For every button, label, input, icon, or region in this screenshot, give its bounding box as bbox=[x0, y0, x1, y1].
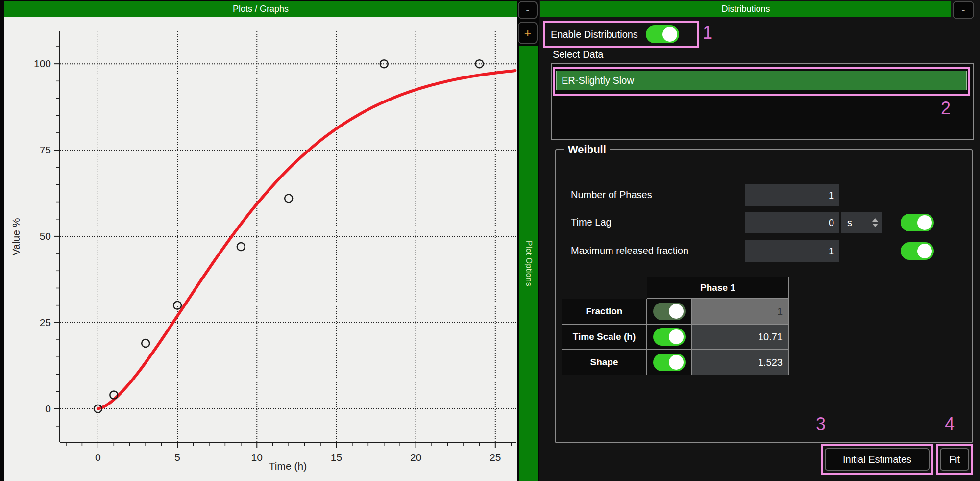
time-scale-value-cell[interactable]: 10.71 bbox=[692, 324, 789, 350]
max-released-fraction-label: Maximum released fraction bbox=[571, 245, 688, 256]
fraction-toggle-cell bbox=[647, 299, 692, 324]
annotation-number-1: 1 bbox=[703, 23, 712, 43]
plots-graphs-title: Plots / Graphs bbox=[233, 4, 289, 14]
data-list-item-label: ER-Slightly Slow bbox=[562, 75, 634, 86]
distributions-panel: Distributions - Enable Distributions 1 S… bbox=[539, 0, 980, 481]
svg-text:25: 25 bbox=[490, 452, 501, 463]
spinner-down-icon bbox=[872, 224, 878, 227]
svg-text:20: 20 bbox=[410, 452, 421, 463]
plots-graphs-panel: Plots / Graphs - + 05101520250255075100T… bbox=[0, 0, 539, 481]
fraction-row-label: Fraction bbox=[562, 299, 647, 324]
expand-plots-button[interactable]: + bbox=[518, 22, 538, 44]
shape-row-label: Shape bbox=[562, 350, 647, 375]
phase-1-header-cell: Phase 1 bbox=[647, 277, 789, 299]
data-list-item[interactable]: ER-Slightly Slow bbox=[556, 71, 967, 90]
enable-distributions-label: Enable Distributions bbox=[551, 29, 638, 40]
annotation-box-4: Fit bbox=[936, 444, 973, 475]
time-scale-row-label: Time Scale (h) bbox=[562, 324, 647, 350]
svg-text:0: 0 bbox=[95, 452, 101, 463]
phase-table: Phase 1 Fraction 1 Time Scale (h) 10.71 … bbox=[562, 277, 789, 375]
annotation-number-2: 2 bbox=[941, 98, 951, 119]
svg-text:75: 75 bbox=[40, 144, 51, 155]
svg-text:25: 25 bbox=[40, 317, 51, 328]
time-scale-toggle-cell bbox=[647, 324, 692, 350]
enable-distributions-toggle[interactable] bbox=[646, 25, 679, 43]
phase-table-corner bbox=[562, 277, 647, 299]
plot-options-tab[interactable]: Plot Options bbox=[519, 46, 538, 481]
spinner-up-icon bbox=[872, 218, 878, 222]
max-released-fraction-toggle[interactable] bbox=[901, 242, 934, 260]
svg-text:15: 15 bbox=[331, 452, 342, 463]
plots-graphs-header: Plots / Graphs bbox=[4, 1, 517, 17]
svg-text:Time (h): Time (h) bbox=[269, 460, 307, 472]
shape-value-cell[interactable]: 1.523 bbox=[692, 350, 789, 375]
collapse-plots-button[interactable]: - bbox=[518, 1, 538, 19]
svg-text:Value %: Value % bbox=[10, 218, 22, 256]
minus-icon: - bbox=[526, 4, 529, 17]
annotation-number-3: 3 bbox=[816, 414, 826, 434]
weibull-legend: Weibull bbox=[564, 143, 610, 156]
distributions-header: Distributions bbox=[540, 1, 951, 17]
svg-text:100: 100 bbox=[34, 58, 51, 69]
time-lag-toggle[interactable] bbox=[901, 214, 934, 231]
max-released-fraction-input[interactable]: 1 bbox=[745, 240, 839, 262]
plot-canvas: 05101520250255075100Time (h)Value % bbox=[4, 17, 517, 481]
annotation-box-3: Initial Estimates bbox=[821, 444, 933, 475]
shape-toggle-cell bbox=[647, 350, 692, 375]
collapse-distributions-button[interactable]: - bbox=[953, 1, 974, 19]
weibull-fieldset: Weibull Number of Phases 1 Time Lag 0 s … bbox=[555, 143, 973, 443]
fit-button[interactable]: Fit bbox=[940, 448, 969, 471]
number-of-phases-label: Number of Phases bbox=[571, 189, 652, 201]
fraction-toggle[interactable] bbox=[653, 303, 686, 320]
time-lag-unit-value: s bbox=[847, 217, 852, 228]
fraction-value-cell[interactable]: 1 bbox=[692, 299, 789, 324]
number-of-phases-input[interactable]: 1 bbox=[745, 184, 839, 206]
svg-text:5: 5 bbox=[174, 452, 180, 463]
plot-options-label: Plot Options bbox=[524, 241, 533, 286]
time-scale-toggle[interactable] bbox=[653, 328, 686, 346]
time-lag-input[interactable]: 0 bbox=[745, 212, 839, 233]
plus-icon: + bbox=[524, 25, 531, 41]
minus-icon: - bbox=[961, 4, 965, 17]
distributions-title: Distributions bbox=[721, 4, 770, 14]
unit-spinner[interactable] bbox=[872, 218, 878, 227]
svg-text:0: 0 bbox=[45, 403, 51, 414]
select-data-label: Select Data bbox=[553, 49, 603, 60]
annotation-box-1: Enable Distributions bbox=[543, 21, 699, 48]
time-lag-unit-select[interactable]: s bbox=[841, 212, 882, 233]
svg-text:10: 10 bbox=[251, 452, 263, 463]
plot-svg: 05101520250255075100Time (h)Value % bbox=[4, 17, 517, 481]
initial-estimates-button[interactable]: Initial Estimates bbox=[825, 448, 930, 471]
svg-text:50: 50 bbox=[40, 230, 51, 242]
annotation-box-2: ER-Slightly Slow bbox=[553, 67, 970, 96]
data-listbox[interactable]: ER-Slightly Slow 2 bbox=[551, 63, 974, 140]
shape-toggle[interactable] bbox=[653, 354, 686, 371]
app-window: Plots / Graphs - + 05101520250255075100T… bbox=[0, 0, 980, 481]
annotation-number-4: 4 bbox=[945, 414, 955, 434]
time-lag-label: Time Lag bbox=[571, 217, 612, 228]
